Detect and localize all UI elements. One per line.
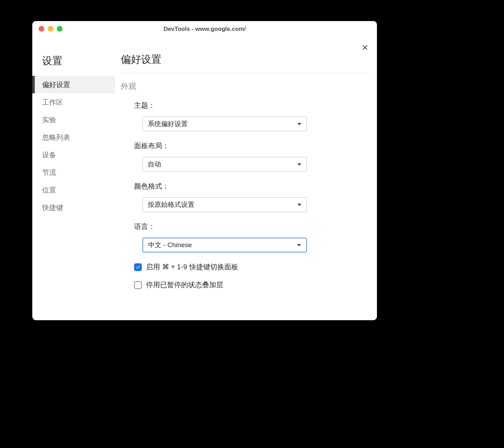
language-label: 语言：: [134, 222, 369, 231]
sidebar-item-devices[interactable]: 设备: [32, 146, 115, 164]
sidebar-item-label: 快捷键: [42, 203, 63, 212]
sidebar-item-preferences[interactable]: 偏好设置: [32, 76, 115, 93]
main-panel: 偏好设置 外观 主题： 系统偏好设置 面板布局： 自动 颜: [115, 37, 377, 320]
panel-layout-label: 面板布局：: [134, 141, 369, 151]
window-close-button[interactable]: [39, 26, 44, 32]
caret-down-icon: [297, 244, 301, 246]
sidebar-item-label: 实验: [42, 115, 56, 125]
sidebar-item-experiments[interactable]: 实验: [32, 111, 115, 129]
sidebar-item-label: 设备: [42, 150, 56, 160]
traffic-lights: [39, 26, 62, 32]
window-maximize-button[interactable]: [57, 26, 62, 32]
window-title: DevTools - www.google.com/: [32, 26, 377, 33]
caret-down-icon: [297, 204, 301, 206]
sidebar-item-label: 工作区: [42, 98, 63, 107]
color-format-label: 颜色格式：: [134, 182, 369, 191]
titlebar: DevTools - www.google.com/: [32, 21, 377, 37]
sidebar-item-shortcuts[interactable]: 快捷键: [32, 199, 115, 216]
sidebar: 设置 偏好设置 工作区 实验 忽略列表 设备 节流 位置 快捷: [32, 37, 115, 320]
sidebar-item-workspace[interactable]: 工作区: [32, 93, 115, 111]
color-format-select-value: 按原始格式设置: [148, 200, 194, 209]
panel-layout-select-value: 自动: [148, 160, 161, 169]
content-area: ✕ 设置 偏好设置 工作区 实验 忽略列表 设备 节流 位置: [32, 37, 377, 320]
devtools-window: DevTools - www.google.com/ ✕ 设置 偏好设置 工作区…: [32, 21, 377, 320]
sidebar-item-label: 节流: [42, 168, 56, 177]
theme-label: 主题：: [134, 101, 369, 110]
caret-down-icon: [297, 123, 301, 125]
form-area: 主题： 系统偏好设置 面板布局： 自动 颜色格式：: [121, 101, 369, 290]
sidebar-item-throttling[interactable]: 节流: [32, 164, 115, 181]
sidebar-item-ignore-list[interactable]: 忽略列表: [32, 129, 115, 146]
page-title: 偏好设置: [121, 53, 369, 73]
sidebar-item-locations[interactable]: 位置: [32, 181, 115, 199]
caret-down-icon: [297, 163, 301, 166]
color-format-select[interactable]: 按原始格式设置: [142, 197, 307, 212]
section-appearance: 外观: [121, 81, 369, 92]
disable-overlay-label: 停用已暂停的状态叠加层: [146, 280, 223, 290]
sidebar-item-label: 偏好设置: [42, 80, 70, 90]
disable-overlay-checkbox[interactable]: [134, 281, 142, 289]
enable-shortcut-row: 启用 ⌘ + 1-9 快捷键切换面板: [134, 262, 369, 272]
language-select[interactable]: 中文 - Chinese: [142, 238, 307, 252]
theme-select[interactable]: 系统偏好设置: [142, 117, 307, 131]
window-minimize-button[interactable]: [48, 26, 53, 32]
disable-overlay-row: 停用已暂停的状态叠加层: [134, 280, 369, 290]
check-icon: [135, 264, 141, 270]
sidebar-title: 设置: [32, 54, 115, 68]
enable-shortcut-label: 启用 ⌘ + 1-9 快捷键切换面板: [146, 262, 238, 272]
language-select-value: 中文 - Chinese: [148, 241, 192, 250]
enable-shortcut-checkbox[interactable]: [134, 263, 142, 271]
sidebar-item-label: 位置: [42, 185, 56, 195]
sidebar-item-label: 忽略列表: [42, 133, 70, 142]
close-icon[interactable]: ✕: [362, 44, 369, 52]
panel-layout-select[interactable]: 自动: [142, 157, 307, 172]
theme-select-value: 系统偏好设置: [148, 119, 188, 129]
